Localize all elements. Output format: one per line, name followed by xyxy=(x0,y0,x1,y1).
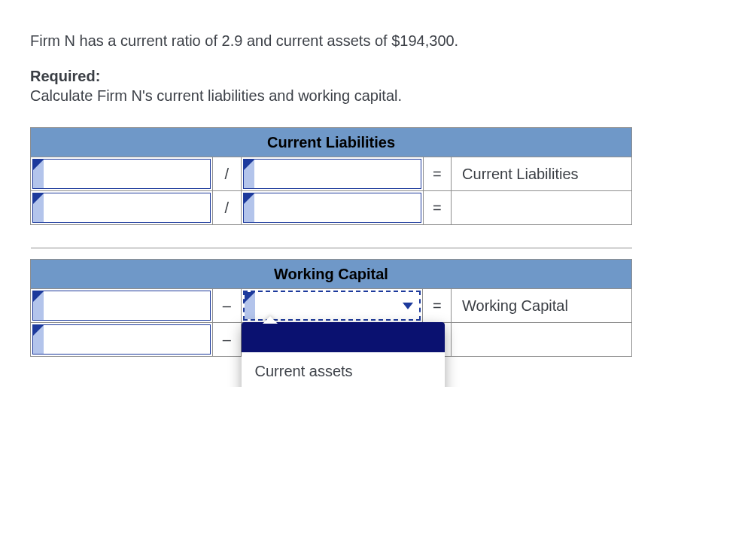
minus-op: – xyxy=(212,323,241,357)
working-capital-table: Working Capital – Current assets Current… xyxy=(30,259,632,357)
dropdown-popup: Current assets Current liabilities Curre… xyxy=(242,322,445,387)
wc-row1-input2-dropdown[interactable]: Current assets Current liabilities Curre… xyxy=(241,289,423,323)
question-text: Firm N has a current ratio of 2.9 and cu… xyxy=(30,30,715,51)
dropdown-option[interactable]: Current assets xyxy=(242,357,445,386)
wc-header: Working Capital xyxy=(31,260,632,289)
divide-op: / xyxy=(212,157,241,191)
required-text: Calculate Firm N's current liabilities a… xyxy=(30,85,715,106)
answer-tables: Current Liabilities / = Current Liabilit… xyxy=(30,127,715,357)
cl-row2-input2[interactable] xyxy=(241,191,423,225)
cl-row2-input1[interactable] xyxy=(31,191,213,225)
minus-op: – xyxy=(212,289,241,323)
dropdown-selected-blank[interactable] xyxy=(242,322,445,352)
cl-row2-result[interactable] xyxy=(452,191,632,225)
current-liabilities-table: Current Liabilities / = Current Liabilit… xyxy=(30,127,632,248)
cl-row1-input2[interactable] xyxy=(241,157,423,191)
divide-op: / xyxy=(212,191,241,225)
cl-header: Current Liabilities xyxy=(31,128,632,157)
equals-sign: = xyxy=(423,289,452,323)
equals-sign: = xyxy=(423,157,452,191)
cl-result-label: Current Liabilities xyxy=(452,157,632,191)
wc-row1-input1[interactable] xyxy=(31,289,213,323)
required-label: Required: xyxy=(30,68,715,85)
wc-row2-input1[interactable] xyxy=(31,323,213,357)
wc-row2-result[interactable] xyxy=(452,323,632,357)
chevron-down-icon[interactable] xyxy=(403,303,413,309)
dropdown-option[interactable]: Current liabilities xyxy=(242,386,445,387)
wc-result-label: Working Capital xyxy=(452,289,632,323)
spacer-row xyxy=(31,225,632,248)
equals-sign: = xyxy=(423,191,452,225)
cl-row1-input1[interactable] xyxy=(31,157,213,191)
